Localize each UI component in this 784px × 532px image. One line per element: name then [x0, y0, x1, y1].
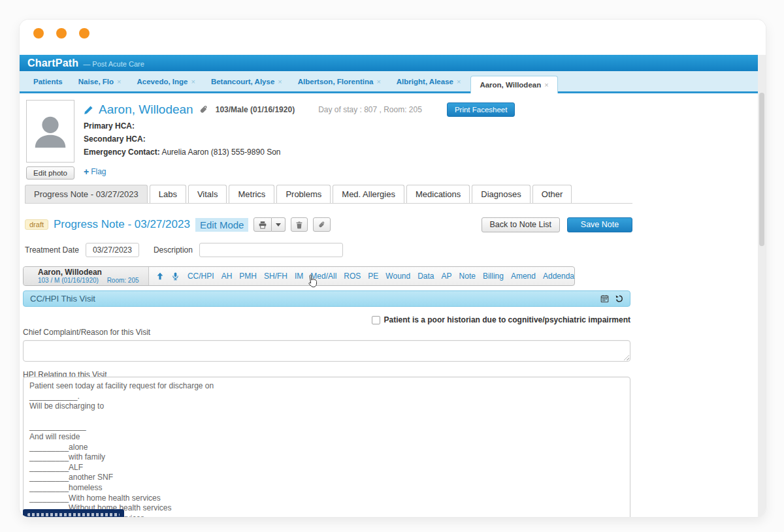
patient-tab-bar: Patients Naise, Flo × Acevedo, Inge × Be…: [20, 71, 766, 93]
patient-tab[interactable]: Betancourt, Alyse ×: [205, 71, 288, 91]
hpi-textarea[interactable]: Patient seen today at facility request f…: [23, 377, 630, 517]
paperclip-icon: [318, 221, 326, 229]
patient-header: Aaron, Willodean 103/Male (01/16/1920) D…: [84, 101, 645, 177]
patient-demographics: 103/Male (01/16/1920): [216, 105, 295, 114]
window-dot-icon[interactable]: [33, 28, 44, 39]
chart-tab[interactable]: Medications: [406, 185, 470, 203]
treatment-date-input[interactable]: [86, 243, 139, 257]
status-tag-text-blur: [27, 513, 120, 516]
cchpi-section-header[interactable]: CC/HPI This Visit: [23, 290, 630, 307]
scroll-top-button[interactable]: [155, 272, 165, 281]
pencil-edit-icon[interactable]: [84, 105, 93, 115]
patient-tab[interactable]: Acevedo, Inge ×: [131, 71, 201, 91]
note-nav-link[interactable]: Data: [417, 272, 434, 281]
edit-photo-button[interactable]: Edit photo: [26, 166, 74, 180]
note-nav-link[interactable]: Amend: [511, 272, 536, 281]
patient-tab-label: Albertson, Florentina: [298, 78, 374, 86]
treatment-date-label: Treatment Date: [25, 245, 79, 255]
patient-tab-label: Acevedo, Inge: [137, 78, 188, 86]
note-nav-link[interactable]: Wound: [385, 272, 410, 281]
chart-tab-bar: Progress Note - 03/27/2023LabsVitalsMetr…: [25, 185, 632, 204]
nav-patient-chip[interactable]: Aaron, Willodean 103 / M (01/16/1920) Ro…: [24, 267, 149, 285]
chart-tab[interactable]: Med. Allergies: [333, 185, 404, 203]
patient-name: Aaron, Willodean: [99, 102, 193, 117]
close-icon[interactable]: ×: [376, 78, 380, 86]
secondary-hca-label: Secondary HCA:: [84, 134, 146, 144]
chart-tab[interactable]: Other: [532, 185, 572, 203]
close-icon[interactable]: ×: [278, 78, 282, 86]
note-nav-link[interactable]: AH: [221, 272, 233, 281]
chart-tab[interactable]: Metrics: [229, 185, 274, 203]
caret-down-icon: [276, 223, 281, 227]
edit-mode-indicator[interactable]: Edit Mode: [195, 218, 249, 232]
chief-complaint-textarea[interactable]: [23, 340, 630, 362]
chart-tab[interactable]: Vitals: [188, 185, 227, 203]
patient-tab[interactable]: Aaron, Willodean ×: [470, 76, 557, 93]
add-flag-link[interactable]: + Flag: [84, 166, 645, 177]
patient-tab-label: Aaron, Willodean: [480, 81, 541, 89]
unreadable-status-tag: [23, 509, 124, 517]
note-nav-link[interactable]: PMH: [239, 272, 257, 281]
undo-reset-icon[interactable]: [615, 294, 623, 303]
close-icon[interactable]: ×: [191, 78, 195, 86]
note-nav-link[interactable]: IM: [295, 272, 303, 281]
patient-tab[interactable]: Naise, Flo ×: [73, 71, 127, 91]
close-icon[interactable]: ×: [544, 81, 548, 89]
app-header-bar: ChartPath — Post Acute Care: [20, 55, 766, 71]
nav-patient-meta: 103 / M (01/16/1920): [38, 277, 99, 284]
back-to-note-list-button[interactable]: Back to Note List: [482, 217, 561, 232]
print-options-button[interactable]: [272, 217, 286, 232]
person-silhouette-icon: [30, 104, 71, 159]
note-nav-link[interactable]: ROS: [344, 272, 361, 281]
note-nav-link[interactable]: Addenda: [543, 272, 574, 281]
close-icon[interactable]: ×: [117, 78, 121, 86]
patient-stay-info: Day of stay : 807 , Room: 205: [318, 105, 422, 114]
emergency-contact-value: Aurelia Aaron (813) 555-9890 Son: [161, 148, 280, 157]
patient-tab-label: Naise, Flo: [78, 78, 114, 86]
note-nav-link[interactable]: AP: [442, 272, 452, 281]
note-nav-link[interactable]: Note: [459, 272, 476, 281]
patient-tab-label: Patients: [33, 78, 63, 86]
chart-tab[interactable]: Labs: [150, 185, 186, 203]
patient-tab[interactable]: Patients: [27, 71, 69, 91]
dictation-button[interactable]: [171, 272, 180, 281]
note-nav-link[interactable]: Billing: [483, 272, 504, 281]
note-title: Progress Note - 03/27/2023: [54, 218, 190, 231]
delete-note-button[interactable]: [291, 217, 308, 232]
window-controls: [33, 28, 90, 39]
page-scrollbar[interactable]: [758, 55, 766, 517]
save-note-button[interactable]: Save Note: [567, 217, 632, 232]
chart-tab[interactable]: Diagnoses: [472, 185, 530, 203]
brand-logo: ChartPath: [27, 57, 78, 69]
window-dot-icon[interactable]: [79, 28, 90, 39]
treatment-date-row: Treatment Date Description: [25, 243, 343, 257]
plus-icon: +: [84, 166, 89, 177]
calendar-icon[interactable]: [600, 294, 609, 303]
note-nav-link[interactable]: CC/HPI: [188, 272, 214, 281]
description-input[interactable]: [199, 243, 343, 257]
poor-historian-label: Patient is a poor historian due to cogni…: [384, 315, 630, 324]
window-dot-icon[interactable]: [56, 28, 67, 39]
paperclip-icon[interactable]: [199, 104, 209, 115]
draft-status-badge: draft: [25, 219, 48, 230]
note-nav-link[interactable]: PE: [368, 272, 378, 281]
note-header: draft Progress Note - 03/27/2023 Edit Mo…: [25, 216, 632, 233]
cchpi-section-title: CC/HPI This Visit: [30, 294, 95, 304]
patient-photo: [26, 100, 74, 163]
print-facesheet-button[interactable]: Print Facesheet: [447, 102, 515, 117]
note-nav-link[interactable]: SH/FH: [264, 272, 287, 281]
patient-tab[interactable]: Albright, Alease ×: [391, 71, 467, 91]
poor-historian-row: Patient is a poor historian due to cogni…: [372, 315, 630, 324]
chart-tab[interactable]: Problems: [276, 185, 331, 203]
scrollbar-thumb[interactable]: [759, 93, 764, 246]
poor-historian-checkbox[interactable]: [372, 316, 380, 324]
chief-complaint-label: Chief Complaint/Reason for this Visit: [23, 328, 150, 337]
patient-tab-label: Albright, Alease: [397, 78, 453, 86]
note-nav-links: CC/HPIAHPMHSH/FHIMMed/AllROSPEWoundDataA…: [188, 272, 574, 281]
attach-file-button[interactable]: [313, 217, 331, 232]
close-icon[interactable]: ×: [457, 78, 461, 86]
primary-hca-label: Primary HCA:: [84, 121, 135, 131]
patient-tab[interactable]: Albertson, Florentina ×: [292, 71, 387, 91]
print-note-button[interactable]: [253, 217, 272, 232]
chart-tab[interactable]: Progress Note - 03/27/2023: [25, 185, 148, 203]
